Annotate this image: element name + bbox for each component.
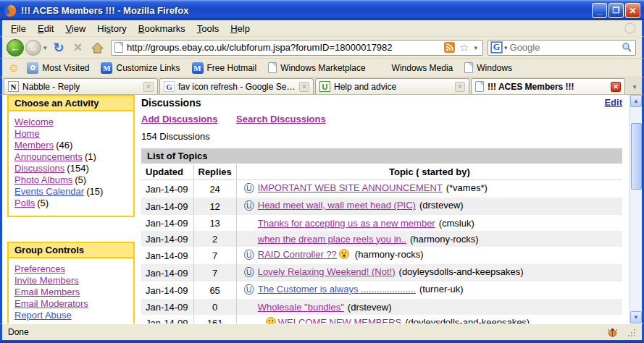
sidebar-link-email-members[interactable]: Email Members xyxy=(14,287,80,297)
sidebar-link-remove-me[interactable]: Remove Me xyxy=(14,321,65,323)
sidebar: Choose an ActivityWelcomeHomeMembers(46)… xyxy=(2,95,135,323)
topic-link[interactable]: Lovely Relaxing Weekend! (Not!) xyxy=(258,266,396,277)
search-magnifier-icon[interactable] xyxy=(622,42,632,53)
page-icon xyxy=(464,62,473,73)
title-bar[interactable]: !!! ACES Members !!! - Mozilla Firefox _… xyxy=(0,0,644,20)
sidebar-row: Preferences xyxy=(14,263,127,275)
google-g-favicon-icon: G xyxy=(164,81,175,92)
sidebar-link-welcome[interactable]: Welcome xyxy=(14,117,54,127)
sidebar-row: Home xyxy=(14,128,127,140)
sidebar-link-preferences[interactable]: Preferences xyxy=(14,263,65,274)
sidebar-link-polls[interactable]: Polls xyxy=(14,198,35,208)
topic-starter: (doyleysdolls-and-keepsakes) xyxy=(405,317,530,323)
sidebar-link-members[interactable]: Members xyxy=(14,140,54,151)
bug-extension-icon[interactable] xyxy=(607,328,618,337)
sidebar-link-report-abuse[interactable]: Report Abuse xyxy=(14,310,72,321)
tab-close-icon[interactable]: ✕ xyxy=(455,82,465,92)
topic-link[interactable]: Wholesale "bundles" xyxy=(258,302,344,313)
replies-column-header[interactable]: Replies xyxy=(193,164,236,180)
minimize-button[interactable]: _ xyxy=(592,3,607,18)
search-input[interactable] xyxy=(510,42,622,53)
topic-cell: Wholesale "bundles"(drstevew) xyxy=(236,299,622,315)
bookmark-customize-links[interactable]: MCustomize Links xyxy=(101,62,180,74)
sidebar-link-events-calendar[interactable]: Events Calendar xyxy=(14,186,84,197)
firefox-icon xyxy=(4,4,17,17)
menu-item-help[interactable]: Help xyxy=(225,22,256,35)
tab-fav-icon-refresh-google-search[interactable]: Gfav icon refresh - Google Search✕ xyxy=(159,78,314,94)
topic-link[interactable]: IMPORTANT WEB SITE ANNOUNCEMENT xyxy=(258,182,443,193)
stop-button[interactable]: ✕ xyxy=(73,42,83,54)
menu-item-edit[interactable]: Edit xyxy=(32,22,59,35)
sidebar-link-photo-albums[interactable]: Photo Albums xyxy=(14,174,72,185)
engine-dropdown-icon[interactable]: ▾ xyxy=(502,44,510,51)
menu-item-file[interactable]: File xyxy=(5,22,32,35)
scrollbar-track[interactable] xyxy=(630,107,642,311)
search-box[interactable]: G ▾ xyxy=(488,40,636,56)
topic-starter: (*vames*) xyxy=(446,182,488,193)
sidebar-link-discussions[interactable]: Discussions xyxy=(14,163,64,174)
scrollbar-thumb[interactable] xyxy=(631,123,642,190)
vertical-scrollbar[interactable]: ▲ ▼ xyxy=(630,95,642,323)
sidebar-link-count: (5) xyxy=(37,198,49,208)
tab-close-icon[interactable]: ✕ xyxy=(611,82,621,92)
sidebar-link-announcements[interactable]: Announcements xyxy=(14,151,83,162)
bookmark-windows[interactable]: Windows xyxy=(464,62,512,73)
resize-grip[interactable] xyxy=(627,328,636,337)
smiley-extension-icon[interactable]: ☺ xyxy=(8,62,20,75)
tab-list-dropdown-icon[interactable]: ▾ xyxy=(629,80,640,94)
table-row: Jan-14-0924ⓊIMPORTANT WEB SITE ANNOUNCEM… xyxy=(141,180,622,198)
bookmark-star-icon[interactable]: ☆ xyxy=(459,41,469,54)
menu-item-bookmarks[interactable]: Bookmarks xyxy=(133,22,191,35)
status-bar: Done xyxy=(0,323,644,340)
bookmark-label: Customize Links xyxy=(116,63,180,73)
topic-link[interactable]: when the dream place reels you in.. xyxy=(258,234,406,245)
sidebar-row: Polls(5) xyxy=(14,198,127,209)
updated-column-header[interactable]: Updated xyxy=(141,164,193,180)
bookmark-free-hotmail[interactable]: MFree Hotmail xyxy=(192,62,257,74)
bookmark-label: Windows xyxy=(477,63,512,73)
sidebar-box-title: Choose an Activity xyxy=(9,96,133,111)
search-discussions-link[interactable]: Search Discussions xyxy=(236,114,326,124)
home-button[interactable] xyxy=(91,42,104,54)
add-discussions-link[interactable]: Add Discussions xyxy=(141,114,217,124)
bookmark-windows-marketplace[interactable]: Windows Marketplace xyxy=(268,62,365,73)
tab-close-icon[interactable]: ✕ xyxy=(143,82,154,92)
scroll-up-icon[interactable]: ▲ xyxy=(630,95,642,107)
sidebar-link-invite-members[interactable]: Invite Members xyxy=(14,275,79,286)
forward-button[interactable]: → xyxy=(25,40,41,56)
menu-item-history[interactable]: History xyxy=(91,22,132,35)
back-button[interactable]: ← xyxy=(7,39,24,56)
menu-item-tools[interactable]: Tools xyxy=(191,22,225,35)
refresh-button[interactable]: ↻ xyxy=(54,41,64,54)
topic-column-header[interactable]: Topic ( started by) xyxy=(236,164,622,180)
topic-starter: (harmony-rocks) xyxy=(410,234,479,245)
rss-icon[interactable] xyxy=(444,42,455,53)
edit-link[interactable]: Edit xyxy=(604,97,622,108)
tab-aces-members[interactable]: !!! ACES Members !!!✕ xyxy=(471,78,625,94)
google-engine-icon[interactable]: G xyxy=(491,42,502,53)
updated-marker-icon: Ⓤ xyxy=(244,249,254,261)
scroll-down-icon[interactable]: ▼ xyxy=(630,311,642,323)
menu-item-view[interactable]: View xyxy=(59,22,91,35)
tab-help-and-advice[interactable]: UHelp and advice✕ xyxy=(315,78,469,94)
topic-link[interactable]: Thanks for accepting us as a new member xyxy=(258,218,435,229)
history-dropdown-icon[interactable]: ▾ xyxy=(41,44,49,51)
topic-link[interactable]: The Customer is always .................… xyxy=(258,284,416,295)
topic-replies-cell: 7 xyxy=(193,264,236,281)
maximize-button[interactable]: ❐ xyxy=(609,3,624,18)
bookmark-most-visited[interactable]: Most Visited xyxy=(27,62,89,74)
topic-link[interactable]: WELCOME NEW MEMBERS xyxy=(278,317,401,323)
url-input[interactable] xyxy=(127,42,443,53)
tab-close-icon[interactable]: ✕ xyxy=(299,82,309,92)
url-bar[interactable]: ☆ ▾ xyxy=(111,40,483,56)
sidebar-link-email-moderators[interactable]: Email Moderators xyxy=(14,298,88,309)
sidebar-link-home[interactable]: Home xyxy=(14,128,40,139)
close-button[interactable]: ✕ xyxy=(625,3,640,18)
bookmark-windows-media[interactable]: Windows Media xyxy=(377,62,453,73)
topic-link[interactable]: RAID Controller ?? xyxy=(258,249,337,260)
url-dropdown-icon[interactable]: ▾ xyxy=(472,44,480,51)
topic-link[interactable]: Head meet wall, wall meet head (PIC) xyxy=(258,200,416,211)
msn-m-icon: M xyxy=(192,62,204,74)
tab-nabble-reply[interactable]: NNabble - Reply✕ xyxy=(4,78,158,94)
windows-flag-icon xyxy=(377,62,388,73)
